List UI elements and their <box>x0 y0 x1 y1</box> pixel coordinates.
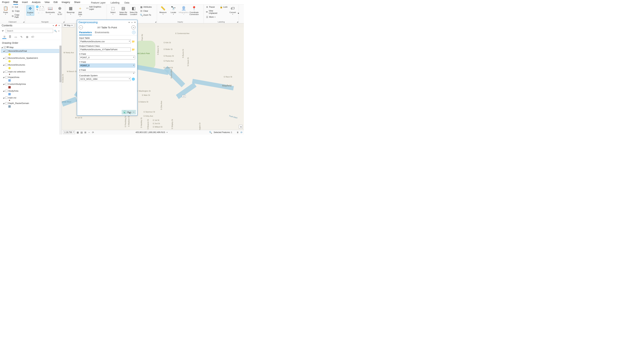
view-unplaced-button[interactable]: 👁View Unplaced <box>205 9 218 15</box>
add-graphics-layer-button[interactable]: ▭Add Graphics Layer <box>85 5 105 11</box>
selected-features-icon[interactable]: 🔍 <box>209 131 212 134</box>
navigate-dialog-launcher[interactable]: ◢ <box>63 21 65 23</box>
tab-edit[interactable]: Edit <box>54 1 58 4</box>
toc-tree[interactable]: ◢ 🗺 Map ◢ MuncieStructsFinal◢ MuncieStru… <box>0 46 62 134</box>
corrections-icon[interactable]: ↔ <box>88 131 90 134</box>
convert-labels-button[interactable]: 🏷Convert▾ <box>229 5 236 15</box>
map-navigator-icon[interactable]: ⇲ <box>239 125 243 128</box>
gp-output-input[interactable]: FlatMuncieStructures_XYTableToPoint <box>79 48 131 52</box>
contents-dropdown-icon[interactable]: ▾ <box>53 24 54 27</box>
constraint-icon[interactable]: ▦ <box>77 131 79 134</box>
layer-checkbox[interactable] <box>5 102 8 104</box>
gp-minimize-icon[interactable]: ▾ <box>129 21 130 24</box>
zoom-fixed-icon[interactable]: ⤢ <box>39 5 42 8</box>
layer-node[interactable]: ◢ Depth_RasterDomain <box>1 102 61 105</box>
full-extent-icon[interactable]: 🌐 <box>36 5 39 8</box>
layer-checkbox[interactable] <box>5 76 8 78</box>
gp-tab-parameters[interactable]: Parameters <box>79 31 92 35</box>
layer-checkbox[interactable] <box>6 50 8 52</box>
list-by-snapping-icon[interactable]: ⊞ <box>25 35 29 39</box>
locate-button[interactable]: 🔭Locate▾ <box>169 5 178 15</box>
tab-map[interactable]: Map <box>13 0 18 5</box>
expand-icon[interactable]: ⛶ <box>39 8 42 11</box>
list-by-editing-icon[interactable]: ✎ <box>19 35 23 39</box>
tab-feature-layer[interactable]: Feature Layer <box>91 1 106 4</box>
tab-share[interactable]: Share <box>74 1 80 4</box>
labeling-dialog-launcher[interactable]: ◢ <box>237 21 238 23</box>
ribbon-overflow[interactable]: ▸ <box>237 11 240 15</box>
filter-icon[interactable]: ⧩ <box>2 30 5 32</box>
layer-node[interactable]: ◢ ImpactArea <box>1 76 61 79</box>
layer-node[interactable]: ◢ MuncieStructures_SpatialJoin1 <box>1 56 61 60</box>
map-frame-node[interactable]: ◢ 🗺 Map <box>1 46 61 49</box>
gp-add-button[interactable]: ＋ <box>132 25 136 29</box>
layer-node[interactable]: ◢ MuncieStructsFinal <box>1 49 61 53</box>
search-icon[interactable]: 🔍 <box>54 30 57 32</box>
basemap-button[interactable]: ▦Basemap▾ <box>67 5 75 15</box>
gp-cs-select[interactable]: GCS_WGS_1984 <box>79 77 131 81</box>
clear-selection-button[interactable]: ☒Clear <box>139 9 153 13</box>
gp-back-button[interactable]: ← <box>79 25 83 29</box>
search-dropdown-icon[interactable]: ▾ <box>58 30 60 32</box>
copy-button[interactable]: ⧉Copy <box>11 9 24 13</box>
layer-node[interactable]: ◢ CustomStudyArea <box>1 82 61 86</box>
tab-imagery[interactable]: Imagery <box>62 1 70 4</box>
pause-labels-button[interactable]: ⏸Pause <box>205 5 218 9</box>
gp-xfield-select[interactable]: POINT_X <box>79 56 135 60</box>
select-by-attr-button[interactable]: ▤Select By Attributes <box>119 5 128 16</box>
run-dropdown-icon[interactable]: ▾ <box>132 111 134 113</box>
map-checkbox[interactable] <box>4 46 6 48</box>
map-tab[interactable]: 🗺Map✕ <box>63 24 74 27</box>
collapse-icon[interactable]: ◢ <box>3 102 5 104</box>
cut-button[interactable]: ✂Cut <box>11 5 24 9</box>
lock-labels-button[interactable]: 🔒Lock <box>219 5 228 9</box>
gp-yfield-select[interactable]: POINT_Y <box>79 64 135 68</box>
layer-checkbox[interactable] <box>5 90 8 92</box>
layer-node[interactable]: ◢ main.nsi selection <box>1 70 61 74</box>
dynamic-icon[interactable]: ⟳ <box>92 131 94 134</box>
attributes-button[interactable]: ▦Attributes <box>139 5 153 9</box>
collapse-icon[interactable]: ◢ <box>3 76 5 78</box>
layer-node[interactable]: ◢ StudyArea <box>1 89 61 93</box>
layer-checkbox[interactable] <box>5 97 8 99</box>
back-arrow-icon[interactable]: ← <box>38 11 40 14</box>
globe-icon[interactable]: 🌐 <box>132 78 135 80</box>
tab-labeling[interactable]: Labeling <box>111 1 119 4</box>
gp-run-button[interactable]: ▶ Run ▾ <box>122 110 136 114</box>
layer-checkbox[interactable] <box>5 57 8 59</box>
collapse-icon[interactable]: ◢ <box>3 90 5 92</box>
infographics-button[interactable]: 👤Infographics▾ <box>179 5 188 15</box>
layer-node[interactable]: ◢ main.nsi <box>1 96 61 100</box>
collapse-icon[interactable]: ◢ <box>3 97 5 99</box>
measure-button[interactable]: 📏Measure▾ <box>158 5 168 15</box>
toc-scrollbar-thumb[interactable] <box>60 46 62 82</box>
gp-close-icon[interactable]: ✕ <box>134 21 136 24</box>
layer-checkbox[interactable] <box>5 83 8 85</box>
contents-search-input[interactable] <box>6 29 53 33</box>
refresh-icon[interactable]: ⟳ <box>241 131 243 134</box>
add-data-button[interactable]: ＋Add Data▾ <box>76 5 85 17</box>
collapse-icon[interactable]: ◢ <box>3 50 5 52</box>
contents-close-icon[interactable]: ✕ <box>58 24 60 27</box>
layer-checkbox[interactable] <box>5 64 8 66</box>
collapse-icon[interactable]: ◢ <box>3 57 5 59</box>
clipboard-dialog-launcher[interactable]: ◢ <box>23 21 24 23</box>
gp-help-icon[interactable]: ? <box>132 31 136 34</box>
collapse-icon[interactable]: ◢ <box>3 64 5 66</box>
coord-dropdown-icon[interactable]: ▾ <box>167 132 168 133</box>
coord-conversion-button[interactable]: 📍Coordinate Conversion <box>189 5 199 16</box>
collapse-icon[interactable]: ◢ <box>1 46 3 48</box>
layer-checkbox[interactable] <box>5 70 8 73</box>
paste-button[interactable]: 📋 Paste ▾ <box>1 5 10 15</box>
snapping-icon[interactable]: ▤ <box>81 131 83 134</box>
contents-pin-icon[interactable]: 📌 <box>55 24 57 27</box>
tab-insert[interactable]: Insert <box>22 1 28 4</box>
list-by-drawing-order-icon[interactable]: ≣ <box>2 35 6 39</box>
gp-maximize-icon[interactable]: ▭ <box>131 21 133 24</box>
pause-drawing-icon[interactable]: ⏸ <box>237 131 239 134</box>
tab-view[interactable]: View <box>45 1 50 4</box>
grid-icon[interactable]: ⊞ <box>84 131 86 134</box>
select-by-loc-button[interactable]: ◧Select By Location <box>129 5 138 16</box>
layer-node[interactable]: ◢ MuncieStructures <box>1 63 61 66</box>
collapse-icon[interactable]: ◢ <box>3 71 5 72</box>
